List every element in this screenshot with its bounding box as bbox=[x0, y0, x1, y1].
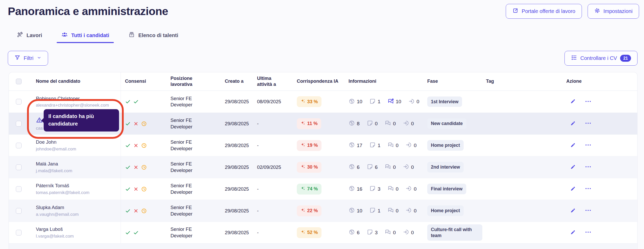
job-position: Senior FE Developer bbox=[170, 204, 209, 217]
archive-icon bbox=[128, 31, 135, 39]
ellipsis-icon bbox=[585, 207, 592, 215]
more-actions-button[interactable] bbox=[585, 185, 592, 193]
check-icon bbox=[125, 208, 131, 214]
note-icon bbox=[367, 120, 373, 127]
info-notes-group: 3 bbox=[369, 185, 380, 193]
created-date: 29/08/2025 bbox=[225, 230, 249, 236]
ellipsis-icon bbox=[585, 229, 592, 236]
info-cell: 6 3 0 0 bbox=[343, 222, 425, 243]
row-checkbox[interactable] bbox=[16, 121, 22, 127]
table-row[interactable]: Malá Jana j.mala@fakeit.com Senior FE De… bbox=[9, 156, 637, 178]
candidate-name[interactable]: Robinson Christoper bbox=[36, 95, 80, 101]
info-logins-count: 0 bbox=[414, 186, 417, 192]
job-position: Senior FE Developer bbox=[170, 139, 209, 151]
more-actions-button[interactable] bbox=[585, 207, 592, 215]
note-icon bbox=[369, 207, 376, 215]
more-actions-button[interactable] bbox=[585, 229, 592, 236]
filters-button[interactable]: Filtri bbox=[8, 51, 48, 66]
login-arrow-icon bbox=[405, 185, 412, 193]
tab-talent-list[interactable]: Elenco di talenti bbox=[128, 29, 179, 42]
sparkles-icon bbox=[300, 142, 305, 149]
column-header-tag: Tag bbox=[484, 72, 547, 91]
review-cv-count-badge: 21 bbox=[620, 55, 631, 62]
job-position: Senior FE Developer bbox=[170, 161, 209, 173]
tab-jobs[interactable]: Lavori bbox=[16, 29, 43, 42]
settings-button[interactable]: Impostazioni bbox=[588, 4, 639, 19]
table-row[interactable]: Varga Luboš l.varga@fakeit.com Senior FE… bbox=[9, 222, 637, 243]
info-notes-group: 1 bbox=[369, 98, 380, 106]
tag-cell bbox=[484, 178, 547, 200]
more-actions-button[interactable] bbox=[585, 120, 592, 127]
check-icon bbox=[125, 230, 131, 236]
candidates-table: Nome del candidato Consensi Posizione la… bbox=[9, 72, 638, 249]
created-date: 29/08/2025 bbox=[225, 164, 249, 170]
table-row[interactable]: Slupka Adam a.vaughn@email.com Senior FE… bbox=[9, 200, 637, 222]
login-arrow-icon bbox=[403, 163, 409, 171]
tab-all-candidates-label: Tutti i candidati bbox=[71, 32, 109, 38]
info-notes-count: 0 bbox=[375, 121, 378, 127]
row-checkbox[interactable] bbox=[16, 99, 22, 105]
ai-match-value: 52 % bbox=[307, 230, 318, 235]
page-title: Panoramica e amministrazione bbox=[8, 5, 168, 18]
ellipsis-icon bbox=[585, 185, 592, 193]
brain-icon bbox=[349, 229, 355, 236]
info-ai-group: 10 bbox=[349, 98, 362, 106]
login-arrow-icon bbox=[408, 98, 415, 106]
info-notes-group: 6 bbox=[367, 163, 378, 171]
multiple-applications-tooltip: Il candidato ha più candidature bbox=[44, 109, 119, 132]
more-actions-button[interactable] bbox=[585, 163, 592, 171]
consents-cell bbox=[121, 113, 167, 134]
edit-button[interactable] bbox=[570, 229, 576, 236]
ai-match-badge: 11 % bbox=[297, 118, 321, 129]
info-logins-group: 0 bbox=[408, 98, 419, 106]
table-row[interactable]: Doe John johndoe@email.com Senior FE Dev… bbox=[9, 134, 637, 156]
edit-button[interactable] bbox=[570, 208, 576, 214]
chat-bubbles-icon bbox=[385, 163, 391, 171]
job-portal-label: Portale offerte di lavoro bbox=[522, 8, 575, 14]
row-checkbox[interactable] bbox=[16, 186, 22, 192]
created-date: 29/08/2025 bbox=[225, 186, 249, 192]
edit-button[interactable] bbox=[570, 164, 576, 171]
job-portal-button[interactable]: Portale offerte di lavoro bbox=[506, 4, 582, 19]
clock-icon bbox=[141, 208, 147, 214]
column-header-action: Azione bbox=[547, 72, 637, 91]
row-checkbox[interactable] bbox=[16, 164, 22, 170]
candidate-name[interactable]: Varga Luboš bbox=[36, 226, 63, 232]
info-cell: 6 6 0 0 bbox=[343, 156, 425, 178]
edit-button[interactable] bbox=[570, 142, 576, 149]
ellipsis-icon bbox=[585, 163, 592, 171]
last-activity-date: - bbox=[257, 186, 259, 192]
brain-icon bbox=[349, 98, 355, 106]
select-all-checkbox[interactable] bbox=[16, 79, 22, 84]
edit-button[interactable] bbox=[570, 98, 576, 105]
row-checkbox[interactable] bbox=[16, 230, 22, 236]
table-row[interactable]: Páterník Tomáš tomas.paternik@fakeit.com… bbox=[9, 178, 637, 200]
candidate-name[interactable]: Slupka Adam bbox=[36, 204, 64, 210]
sparkles-icon bbox=[300, 164, 305, 170]
settings-label: Impostazioni bbox=[603, 8, 633, 14]
ai-match-value: 30 % bbox=[307, 164, 318, 170]
external-link-icon bbox=[512, 8, 518, 15]
info-notes-group: 1 bbox=[369, 142, 380, 149]
login-arrow-icon bbox=[403, 120, 409, 127]
candidate-name[interactable]: Doe John bbox=[36, 139, 56, 145]
candidate-name[interactable]: Páterník Tomáš bbox=[36, 183, 69, 189]
review-cv-button[interactable]: Controllare i CV 21 bbox=[564, 51, 638, 66]
tab-all-candidates[interactable]: Tutti i candidati bbox=[61, 29, 110, 42]
more-actions-button[interactable] bbox=[585, 142, 592, 149]
chat-bubbles-icon bbox=[387, 142, 394, 149]
row-checkbox[interactable] bbox=[16, 143, 22, 148]
phase-badge: Culture-fit call with team bbox=[427, 224, 482, 241]
row-checkbox[interactable] bbox=[16, 208, 22, 214]
edit-button[interactable] bbox=[570, 186, 576, 192]
candidate-name[interactable]: Malá Jana bbox=[36, 161, 58, 167]
clock-icon bbox=[141, 164, 147, 170]
ai-match-value: 74 % bbox=[307, 186, 318, 192]
info-notes-group: 1 bbox=[369, 207, 380, 215]
ai-match-value: 33 % bbox=[307, 99, 318, 105]
candidate-cell: Slupka Adam a.vaughn@email.com bbox=[36, 204, 79, 217]
edit-button[interactable] bbox=[570, 120, 576, 127]
top-actions: Portale offerte di lavoro Impostazioni bbox=[506, 4, 639, 19]
pencil-icon bbox=[570, 164, 576, 171]
more-actions-button[interactable] bbox=[585, 98, 592, 106]
